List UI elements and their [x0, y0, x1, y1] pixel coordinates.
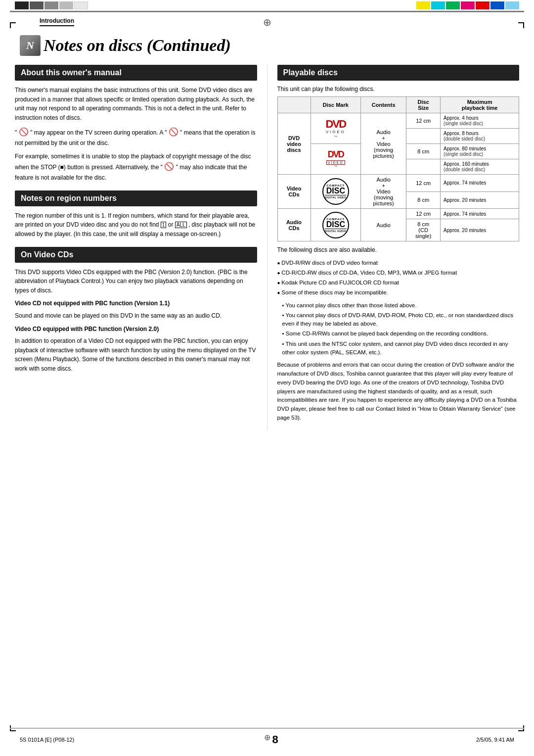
- vcd-size-8: 8 cm: [406, 191, 441, 209]
- dvd-logo-large: DVD VIDEO ™: [311, 113, 361, 144]
- main-content: About this owner's manual This owner's m…: [0, 65, 534, 430]
- section-header-videocds: On Video CDs: [15, 247, 257, 263]
- also-item-4: Some of these discs may be incompatible.: [277, 288, 520, 297]
- left-color-blocks: [0, 0, 88, 11]
- color-block-5: [74, 1, 88, 9]
- color-block-red: [476, 1, 490, 9]
- color-block-2: [30, 1, 44, 9]
- section-playable-discs: Playable discs This unit can play the fo…: [277, 65, 520, 423]
- section-header-region: Notes on region numbers: [15, 190, 257, 206]
- col-header-maxtime: Maximumplayback time: [441, 97, 519, 113]
- acd-label: AudioCDs: [277, 209, 311, 241]
- table-row-acd: AudioCDs COMPACT DISC DIGITAL AUDIO Audi…: [277, 209, 519, 219]
- acd-time-12: Approx. 74 minutes: [441, 209, 519, 219]
- right-color-blocks: [416, 0, 534, 11]
- dvd-size-8b: [406, 159, 441, 175]
- vcd-contents: Audio+Video(movingpictures): [361, 175, 406, 209]
- dvd-size-8: 8 cm: [406, 144, 441, 159]
- table-row-vcd: VideoCDs COMPACT DISC DIGITAL VIDEO Audi…: [277, 175, 519, 192]
- also-item-1: DVD-R/RW discs of DVD video format: [277, 259, 520, 267]
- about-manual-body2: " 🚫 " may appear on the TV screen during…: [15, 126, 257, 147]
- col-header-size: DiscSize: [406, 97, 441, 113]
- page-title: Notes on discs (Continued): [44, 36, 231, 55]
- color-block-magenta: [461, 1, 475, 9]
- also-item-3: Kodak Picture CD and FUJICOLOR CD format: [277, 279, 520, 287]
- also-available-list: DVD-R/RW discs of DVD video format CD-R/…: [277, 259, 520, 297]
- bottom-divider-line: [10, 728, 524, 729]
- playable-intro: This unit can play the following discs.: [277, 86, 520, 93]
- videocds-body: This DVD supports Video CDs equipped wit…: [15, 268, 257, 295]
- section-label: Introduction: [40, 17, 74, 26]
- page-title-wrap: N Notes on discs (Continued): [0, 26, 534, 61]
- color-block-3: [44, 1, 58, 9]
- color-block-cyan: [431, 1, 445, 9]
- section-region-numbers: Notes on region numbers The region numbe…: [15, 190, 257, 239]
- about-manual-body3: For example, sometimes it is unable to s…: [15, 152, 257, 183]
- acd-contents: Audio: [361, 209, 406, 241]
- color-block-1: [15, 1, 29, 9]
- page-title-icon: N: [20, 35, 41, 56]
- footer-left-code: 5S 0101A [E] (P08-12): [20, 737, 74, 743]
- long-note: Because of problems and errors that can …: [277, 361, 520, 423]
- acd-logo: COMPACT DISC DIGITAL AUDIO: [311, 209, 361, 241]
- warning-3: Some CD-R/RWs cannot be played back depe…: [277, 330, 520, 338]
- vcd-time-12: Approx. 74 minutes: [441, 175, 519, 192]
- col-header-disc-mark: Disc Mark: [311, 97, 361, 113]
- dvd-size-12: 12 cm: [406, 113, 441, 129]
- top-color-bar: [0, 0, 534, 11]
- section-about-manual: About this owner's manual This owner's m…: [15, 65, 257, 183]
- dvd-label: DVDvideodiscs: [277, 113, 311, 175]
- footer-crosshair: ⊕: [264, 733, 270, 742]
- footer-page-number: 8: [272, 733, 278, 746]
- section-header-about: About this owner's manual: [15, 65, 257, 81]
- vcd-time-8: Approx. 20 minutes: [441, 191, 519, 209]
- warnings-list: You cannot play discs other than those l…: [277, 301, 520, 357]
- warning-1: You cannot play discs other than those l…: [277, 301, 520, 310]
- col-header-type: [277, 97, 311, 113]
- also-item-2: CD-R/CD-RW discs of CD-DA, Video CD, MP3…: [277, 269, 520, 277]
- vcd-logo: COMPACT DISC DIGITAL VIDEO: [311, 175, 361, 209]
- acd-size-8: 8 cm(CDsingle): [406, 219, 441, 241]
- color-block-yellow: [416, 1, 430, 9]
- dvd-size-12b: [406, 129, 441, 144]
- color-block-blue: [490, 1, 504, 9]
- crosshair-top: ⊕: [263, 16, 271, 28]
- acd-size-12: 12 cm: [406, 209, 441, 219]
- acd-time-8: Approx. 20 minutes: [441, 219, 519, 241]
- about-manual-body1: This owner's manual explains the basic i…: [15, 86, 257, 122]
- section-video-cds: On Video CDs This DVD supports Video CDs…: [15, 247, 257, 374]
- dvd-time-12b: Approx. 8 hours(double sided disc): [441, 129, 519, 144]
- dvd-time-12a: Approx. 4 hours(single sided disc): [441, 113, 519, 129]
- footer: 5S 0101A [E] (P08-12) 8 ⊕ 2/5/05, 9:41 A…: [0, 733, 534, 746]
- header-area: Introduction ⊕: [0, 12, 534, 26]
- region-numbers-body: The region number of this unit is 1. If …: [15, 211, 257, 239]
- col-header-contents: Contents: [361, 97, 406, 113]
- also-available-section: The following discs are also available. …: [277, 245, 520, 297]
- table-row-dvd: DVDvideodiscs DVD VIDEO ™ Audio+Video(mo…: [277, 113, 519, 129]
- vcd-label: VideoCDs: [277, 175, 311, 209]
- footer-right-date: 2/5/05, 9:41 AM: [476, 737, 514, 743]
- left-column: About this owner's manual This owner's m…: [15, 65, 267, 430]
- dvd-time-8b: Approx. 160 minutes(double sided disc): [441, 159, 519, 175]
- dvd-contents: Audio+Video(movingpictures): [361, 113, 406, 175]
- color-block-4: [59, 1, 73, 9]
- vcd-size-12: 12 cm: [406, 175, 441, 192]
- dvd-time-8a: Approx. 80 minutes(single sided disc): [441, 144, 519, 159]
- dvd-logo-small: DVD VIDEO ™: [311, 144, 361, 175]
- warning-4: This unit uses the NTSC color system, an…: [277, 340, 520, 357]
- color-block-green: [446, 1, 460, 9]
- warning-2: You cannot play discs of DVD-RAM, DVD-RO…: [277, 311, 520, 329]
- videocds-bullet1: Video CD not equipped with PBC function …: [15, 299, 257, 320]
- disc-table: Disc Mark Contents DiscSize Maximumplayb…: [277, 96, 520, 241]
- also-available-intro: The following discs are also available.: [277, 245, 520, 255]
- right-column: Playable discs This unit can play the fo…: [267, 65, 520, 430]
- videocds-bullet2: Video CD equipped with PBC function (Ver…: [15, 325, 257, 374]
- color-block-ltblue: [505, 1, 519, 9]
- section-header-playable: Playable discs: [277, 65, 520, 81]
